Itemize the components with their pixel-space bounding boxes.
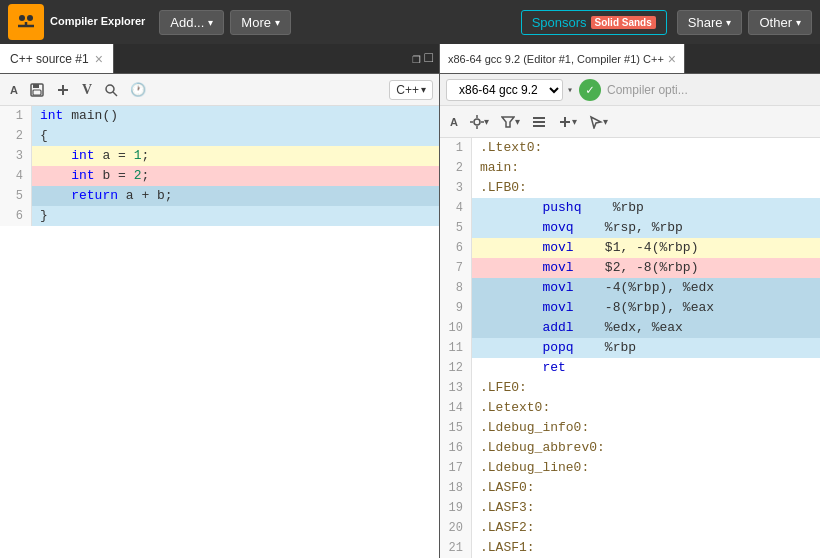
lang-chevron-icon: ▾ — [421, 84, 426, 95]
asm-line-content[interactable]: pushq %rbp — [472, 198, 820, 218]
asm-line: 12 ret — [440, 358, 820, 378]
cpp-source-tab[interactable]: C++ source #1 × — [0, 44, 114, 73]
asm-line: 20.LASF2: — [440, 518, 820, 538]
asm-line-num: 5 — [440, 218, 472, 238]
asm-line-num: 13 — [440, 378, 472, 398]
line-content-6[interactable]: } — [32, 206, 439, 226]
bold-button[interactable]: V — [78, 80, 96, 100]
asm-code-area: 1.Ltext0:2main:3.LFB0:4 pushq %rbp5 movq… — [440, 138, 820, 558]
more-chevron-icon: ▾ — [275, 17, 280, 28]
restore-icon[interactable]: ❐ — [412, 50, 420, 67]
line-content-3[interactable]: int a = 1; — [32, 146, 439, 166]
asm-line-content[interactable]: movl $2, -8(%rbp) — [472, 258, 820, 278]
svg-rect-6 — [33, 84, 39, 88]
line-content-5[interactable]: return a + b; — [32, 186, 439, 206]
asm-line-content[interactable]: .Ldebug_abbrev0: — [472, 438, 820, 458]
font-decrease-button[interactable]: A — [6, 82, 22, 98]
asm-line: 5 movq %rsp, %rbp — [440, 218, 820, 238]
asm-line-content[interactable]: .Ldebug_info0: — [472, 418, 820, 438]
asm-line-content[interactable]: main: — [472, 158, 820, 178]
share-button[interactable]: Share ▾ — [677, 10, 743, 35]
asm-line-content[interactable]: ret — [472, 358, 820, 378]
asm-line: 14.Letext0: — [440, 398, 820, 418]
save-button[interactable] — [26, 81, 48, 99]
compiler-bar: x86-64 gcc 9.2 ▾ ✓ Compiler opti... — [440, 74, 820, 106]
asm-line: 2main: — [440, 158, 820, 178]
asm-add-chevron-icon: ▾ — [572, 116, 577, 127]
share-chevron-icon: ▾ — [726, 17, 731, 28]
bold-icon: V — [82, 82, 92, 98]
line-content-4[interactable]: int b = 2; — [32, 166, 439, 186]
compiler-options[interactable]: Compiler opti... — [607, 83, 814, 97]
asm-columns-button[interactable] — [528, 113, 550, 131]
asm-line-content[interactable]: .LASF3: — [472, 498, 820, 518]
asm-filter-button[interactable]: ▾ — [497, 113, 524, 131]
asm-cursor-button[interactable]: ▾ — [585, 113, 612, 131]
asm-line-content[interactable]: movl -8(%rbp), %eax — [472, 298, 820, 318]
cpp-source-tab-label: C++ source #1 — [10, 52, 89, 66]
asm-cursor-icon — [589, 115, 603, 129]
svg-line-11 — [113, 92, 117, 96]
asm-line-content[interactable]: popq %rbp — [472, 338, 820, 358]
left-window-controls: ❐ □ — [412, 50, 439, 67]
svg-rect-19 — [533, 121, 545, 123]
asm-line: 11 popq %rbp — [440, 338, 820, 358]
asm-line: 6 movl $1, -4(%rbp) — [440, 238, 820, 258]
svg-point-1 — [19, 15, 25, 21]
compiler-selector[interactable]: x86-64 gcc 9.2 — [446, 79, 563, 101]
asm-line-content[interactable]: movq %rsp, %rbp — [472, 218, 820, 238]
asm-line-content[interactable]: .LASF2: — [472, 518, 820, 538]
code-line-2: 2 { — [0, 126, 439, 146]
line-content-2[interactable]: { — [32, 126, 439, 146]
asm-line-num: 21 — [440, 538, 472, 558]
more-button[interactable]: More ▾ — [230, 10, 291, 35]
other-button[interactable]: Other ▾ — [748, 10, 812, 35]
asm-tab[interactable]: x86-64 gcc 9.2 (Editor #1, Compiler #1) … — [440, 44, 685, 73]
cpp-source-tab-close[interactable]: × — [95, 51, 103, 67]
asm-line: 16.Ldebug_abbrev0: — [440, 438, 820, 458]
asm-line-content[interactable]: .Ltext0: — [472, 138, 820, 158]
asm-line-content[interactable]: .Ldebug_line0: — [472, 458, 820, 478]
editor-toolbar: A V — [0, 74, 439, 106]
asm-line-content[interactable]: .Letext0: — [472, 398, 820, 418]
asm-columns-icon — [532, 115, 546, 129]
asm-line-content[interactable]: addl %edx, %eax — [472, 318, 820, 338]
asm-line-num: 9 — [440, 298, 472, 318]
add-button-editor[interactable] — [52, 81, 74, 99]
font-decrease-icon: A — [10, 84, 18, 96]
svg-rect-18 — [533, 117, 545, 119]
asm-line: 17.Ldebug_line0: — [440, 458, 820, 478]
svg-rect-7 — [33, 90, 41, 95]
sponsors-button[interactable]: Sponsors Solid Sands — [521, 10, 667, 35]
search-button[interactable] — [100, 81, 122, 99]
asm-line-num: 6 — [440, 238, 472, 258]
language-selector[interactable]: C++ ▾ — [389, 80, 433, 100]
asm-line-content[interactable]: .LFB0: — [472, 178, 820, 198]
add-button[interactable]: Add... ▾ — [159, 10, 224, 35]
asm-settings-button[interactable]: ▾ — [466, 113, 493, 131]
asm-line: 9 movl -8(%rbp), %eax — [440, 298, 820, 318]
asm-line: 21.LASF1: — [440, 538, 820, 558]
logo-area: Compiler Explorer — [8, 4, 145, 40]
asm-line-content[interactable]: .LASF1: — [472, 538, 820, 558]
clock-icon: 🕐 — [130, 82, 146, 97]
asm-line-num: 7 — [440, 258, 472, 278]
asm-line-content[interactable]: .LFE0: — [472, 378, 820, 398]
asm-font-icon: A — [450, 116, 458, 128]
asm-font-button[interactable]: A — [446, 114, 462, 130]
asm-line-num: 8 — [440, 278, 472, 298]
asm-settings-icon — [470, 115, 484, 129]
asm-line-num: 15 — [440, 418, 472, 438]
asm-line-num: 19 — [440, 498, 472, 518]
other-chevron-icon: ▾ — [796, 17, 801, 28]
asm-line-content[interactable]: movl -4(%rbp), %edx — [472, 278, 820, 298]
clock-button[interactable]: 🕐 — [126, 80, 150, 99]
code-line-1: 1 int main() — [0, 106, 439, 126]
maximize-icon[interactable]: □ — [425, 50, 433, 67]
line-content-1[interactable]: int main() — [32, 106, 439, 126]
asm-tab-close[interactable]: × — [668, 51, 676, 67]
asm-line-num: 14 — [440, 398, 472, 418]
asm-line-content[interactable]: .LASF0: — [472, 478, 820, 498]
asm-line-content[interactable]: movl $1, -4(%rbp) — [472, 238, 820, 258]
asm-add-button[interactable]: ▾ — [554, 113, 581, 131]
